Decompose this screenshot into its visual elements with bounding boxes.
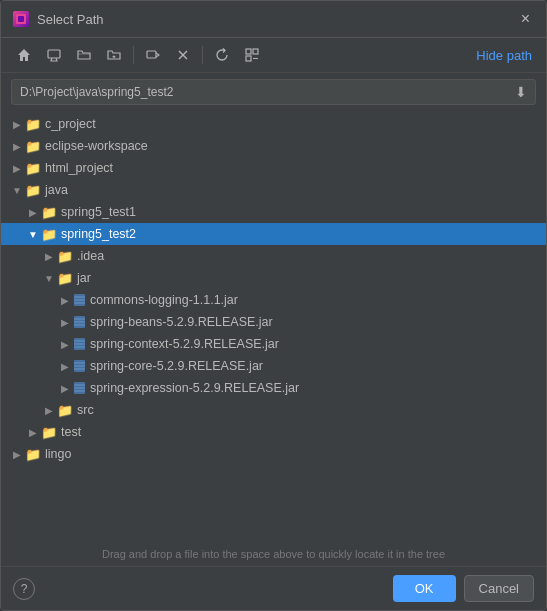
label-spring5-test1: spring5_test1	[61, 205, 136, 219]
folder-icon-c-project: 📁	[25, 117, 41, 132]
footer-buttons: OK Cancel	[393, 575, 534, 602]
label-spring-beans: spring-beans-5.2.9.RELEASE.jar	[90, 315, 273, 329]
navigate-button[interactable]	[140, 44, 166, 66]
jar-icon-spring-context	[73, 337, 86, 351]
label-java: java	[45, 183, 68, 197]
svg-rect-13	[253, 49, 258, 54]
svg-marker-2	[18, 49, 30, 61]
desktop-button[interactable]	[41, 44, 67, 66]
home-button[interactable]	[11, 44, 37, 66]
svg-rect-1	[18, 16, 24, 22]
file-tree: ▶ 📁 c_project ▶ 📁 eclipse-workspace ▶ 📁 …	[1, 109, 546, 542]
download-icon[interactable]: ⬇	[515, 84, 527, 100]
close-button[interactable]: ×	[517, 9, 534, 29]
tree-item-c-project[interactable]: ▶ 📁 c_project	[1, 113, 546, 135]
dialog-title: Select Path	[37, 12, 104, 27]
select-path-dialog: Select Path ×	[0, 0, 547, 611]
label-spring5-test2: spring5_test2	[61, 227, 136, 241]
open-folder-button[interactable]	[71, 44, 97, 66]
tree-item-spring-beans[interactable]: ▶ spring-beans-5.2.9.RELEASE.jar	[1, 311, 546, 333]
arrow-spring5-test1: ▶	[25, 207, 41, 218]
arrow-spring-expression: ▶	[57, 383, 73, 394]
tree-item-html-project[interactable]: ▶ 📁 html_project	[1, 157, 546, 179]
folder-icon-src: 📁	[57, 403, 73, 418]
arrow-spring-context: ▶	[57, 339, 73, 350]
tree-item-idea[interactable]: ▶ 📁 .idea	[1, 245, 546, 267]
tree-item-spring-expression[interactable]: ▶ spring-expression-5.2.9.RELEASE.jar	[1, 377, 546, 399]
tree-item-lingo[interactable]: ▶ 📁 lingo	[1, 443, 546, 465]
toolbar-separator-2	[202, 46, 203, 64]
arrow-test: ▶	[25, 427, 41, 438]
folder-icon-java: 📁	[25, 183, 41, 198]
tree-item-eclipse-workspace[interactable]: ▶ 📁 eclipse-workspace	[1, 135, 546, 157]
svg-rect-14	[246, 56, 251, 61]
label-lingo: lingo	[45, 447, 71, 461]
title-bar: Select Path ×	[1, 1, 546, 38]
folder-icon-test: 📁	[41, 425, 57, 440]
toolbar-buttons	[11, 44, 265, 66]
arrow-html-project: ▶	[9, 163, 25, 174]
arrow-jar: ▼	[41, 273, 57, 284]
folder-icon-idea: 📁	[57, 249, 73, 264]
label-src: src	[77, 403, 94, 417]
cancel-button[interactable]: Cancel	[464, 575, 534, 602]
jar-icon-spring-expression	[73, 381, 86, 395]
jar-icon-spring-beans	[73, 315, 86, 329]
svg-rect-9	[147, 51, 156, 58]
label-jar: jar	[77, 271, 91, 285]
arrow-src: ▶	[41, 405, 57, 416]
label-c-project: c_project	[45, 117, 96, 131]
folder-icon-jar: 📁	[57, 271, 73, 286]
label-idea: .idea	[77, 249, 104, 263]
label-spring-context: spring-context-5.2.9.RELEASE.jar	[90, 337, 279, 351]
title-bar-left: Select Path	[13, 11, 104, 27]
label-eclipse-workspace: eclipse-workspace	[45, 139, 148, 153]
hint-text: Drag and drop a file into the space abov…	[1, 542, 546, 566]
svg-rect-3	[48, 50, 60, 58]
toolbar: Hide path	[1, 38, 546, 73]
app-icon	[13, 11, 29, 27]
arrow-commons-logging: ▶	[57, 295, 73, 306]
arrow-spring5-test2: ▼	[25, 229, 41, 240]
tree-item-test[interactable]: ▶ 📁 test	[1, 421, 546, 443]
tree-item-commons-logging[interactable]: ▶ commons-logging-1.1.1.jar	[1, 289, 546, 311]
label-test: test	[61, 425, 81, 439]
tree-item-jar[interactable]: ▼ 📁 jar	[1, 267, 546, 289]
arrow-c-project: ▶	[9, 119, 25, 130]
tree-item-java[interactable]: ▼ 📁 java	[1, 179, 546, 201]
arrow-spring-core: ▶	[57, 361, 73, 372]
tree-item-spring-context[interactable]: ▶ spring-context-5.2.9.RELEASE.jar	[1, 333, 546, 355]
path-bar: D:\Project\java\spring5_test2 ⬇	[11, 79, 536, 105]
folder-icon-spring5-test1: 📁	[41, 205, 57, 220]
folder-icon-eclipse-workspace: 📁	[25, 139, 41, 154]
jar-icon-spring-core	[73, 359, 86, 373]
tree-item-spring5-test1[interactable]: ▶ 📁 spring5_test1	[1, 201, 546, 223]
tree-item-spring-core[interactable]: ▶ spring-core-5.2.9.RELEASE.jar	[1, 355, 546, 377]
toolbar-separator-1	[133, 46, 134, 64]
arrow-eclipse-workspace: ▶	[9, 141, 25, 152]
tree-item-spring5-test2[interactable]: ▼ 📁 spring5_test2	[1, 223, 546, 245]
arrow-idea: ▶	[41, 251, 57, 262]
delete-button[interactable]	[170, 44, 196, 66]
refresh-button[interactable]	[209, 44, 235, 66]
new-folder-button[interactable]	[101, 44, 127, 66]
hide-path-button[interactable]: Hide path	[472, 46, 536, 65]
arrow-lingo: ▶	[9, 449, 25, 460]
path-text: D:\Project\java\spring5_test2	[20, 85, 173, 99]
label-commons-logging: commons-logging-1.1.1.jar	[90, 293, 238, 307]
help-button[interactable]: ?	[13, 578, 35, 600]
tree-item-src[interactable]: ▶ 📁 src	[1, 399, 546, 421]
folder-icon-spring5-test2: 📁	[41, 227, 57, 242]
folder-icon-lingo: 📁	[25, 447, 41, 462]
folder-icon-html-project: 📁	[25, 161, 41, 176]
label-spring-expression: spring-expression-5.2.9.RELEASE.jar	[90, 381, 299, 395]
svg-rect-12	[246, 49, 251, 54]
dialog-footer: ? OK Cancel	[1, 566, 546, 610]
jar-icon-commons-logging	[73, 293, 86, 307]
arrow-spring-beans: ▶	[57, 317, 73, 328]
label-html-project: html_project	[45, 161, 113, 175]
arrow-java: ▼	[9, 185, 25, 196]
label-spring-core: spring-core-5.2.9.RELEASE.jar	[90, 359, 263, 373]
collapse-button[interactable]	[239, 44, 265, 66]
ok-button[interactable]: OK	[393, 575, 456, 602]
